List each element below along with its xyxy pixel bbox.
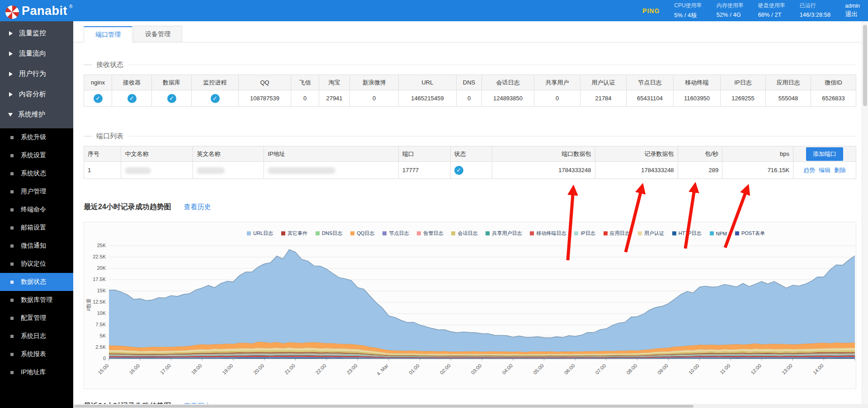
ping-button[interactable]: PING [642, 7, 660, 14]
sidebar: 流量监控流量流向用户行为内容分析系统维护 系统升级系统设置系统状态用户管理终端命… [0, 21, 73, 408]
legend-swatch [530, 231, 534, 235]
sidebar-item-8[interactable]: 数据状态 [0, 273, 73, 291]
legend-item-8[interactable]: 移动终端日志 [530, 230, 566, 237]
x-tick-label: 13:00 [781, 363, 793, 375]
sidebar-item-2[interactable]: 系统状态 [0, 164, 73, 183]
sidebar-item-13[interactable]: IP地址库 [0, 363, 73, 381]
receive-col-header: 微信ID [811, 75, 856, 90]
horizontal-scrollbar[interactable] [73, 404, 868, 408]
legend-item-0[interactable]: URL日志 [247, 230, 273, 237]
y-tick-label: 15K [85, 288, 106, 293]
receive-col-header: nginx [84, 75, 112, 90]
tab-device-management[interactable]: 设备管理 [133, 26, 182, 42]
bullet-icon [10, 353, 14, 356]
x-tick-label: 04:00 [501, 363, 514, 375]
recorded-packets-cell: 1784333248 [595, 162, 678, 179]
stat-label: 内存使用率 [717, 2, 744, 9]
sidebar-item-9[interactable]: 数据库管理 [0, 291, 73, 309]
sidebar-item-10[interactable]: 配置管理 [0, 309, 73, 327]
legend-label: 节点日志 [389, 230, 409, 237]
panabit-pinwheel-icon [5, 5, 20, 20]
receive-col-header: 用户认证 [580, 75, 627, 90]
receive-value-cell: 1269255 [721, 90, 766, 107]
bullet-icon [10, 317, 14, 320]
chevron-down-icon [8, 113, 13, 117]
x-tick-label: 06:00 [563, 363, 576, 375]
trend-link[interactable]: 趋势 [803, 167, 815, 174]
sidebar-item-4[interactable]: 终端命令 [0, 201, 73, 219]
legend-item-6[interactable]: 会话日志 [451, 230, 477, 237]
x-tick-label: 10:00 [688, 363, 700, 375]
legend-item-4[interactable]: 节点日志 [382, 230, 409, 237]
sidebar-item-3[interactable]: 用户管理 [0, 183, 73, 201]
sidebar-group-2[interactable]: 用户行为 [0, 64, 73, 84]
legend-label: 应用日志 [610, 230, 630, 237]
legend-item-14[interactable]: POST表单 [735, 230, 765, 237]
receive-value-cell: 11603950 [674, 90, 721, 107]
legend-item-12[interactable]: HTTP日志 [672, 230, 702, 237]
vertical-scrollbar-thumb[interactable] [863, 25, 867, 106]
legend-item-3[interactable]: QQ日志 [350, 230, 374, 237]
receive-col-header: 会话日志 [482, 75, 534, 90]
legend-item-13[interactable]: NPM [710, 231, 727, 236]
legend-swatch [417, 231, 421, 235]
delete-link[interactable]: 删除 [834, 167, 846, 174]
x-tick-label: 14:00 [812, 363, 825, 375]
sidebar-group-label: 流量流向 [19, 49, 46, 58]
sidebar-item-label: 邮箱设置 [21, 224, 46, 232]
legend-item-10[interactable]: 应用日志 [604, 230, 630, 237]
legend-swatch [710, 231, 714, 235]
receive-status-cell: ✓ [192, 90, 239, 107]
sidebar-group-1[interactable]: 流量流向 [0, 43, 73, 64]
bullet-icon [10, 208, 14, 211]
receive-value-cell: 555048 [766, 90, 811, 107]
legend-item-7[interactable]: 共享用户日志 [486, 230, 522, 237]
sidebar-group-label: 用户行为 [19, 70, 46, 78]
port-col-header: 端口数据包 [492, 146, 595, 162]
legend-label: IP日志 [580, 230, 595, 237]
x-tick-label: 03:00 [470, 363, 482, 375]
legend-item-5[interactable]: 告警日志 [417, 230, 443, 237]
check-circle-icon: ✓ [454, 166, 463, 175]
edit-link[interactable]: 编辑 [819, 167, 830, 174]
legend-swatch [638, 231, 642, 235]
sidebar-item-6[interactable]: 微信通知 [0, 237, 73, 255]
receive-status-title: 接收状态 [84, 61, 856, 69]
tab-bar: 端口管理 设备管理 [73, 26, 862, 42]
vertical-scrollbar[interactable] [862, 21, 868, 408]
horizontal-scrollbar-thumb[interactable] [74, 405, 693, 408]
port-index-cell: 1 [84, 162, 121, 179]
sidebar-item-0[interactable]: 系统升级 [0, 128, 73, 146]
legend-item-11[interactable]: 用户认证 [638, 230, 664, 237]
x-tick-label: 08:00 [625, 363, 638, 375]
sidebar-item-11[interactable]: 系统日志 [0, 327, 73, 345]
receive-col-header: 监控进程 [192, 75, 239, 90]
logout-button[interactable]: 退出 [845, 10, 860, 19]
x-tick-label: 11:00 [719, 363, 731, 375]
stat-label: 硬盘使用率 [758, 2, 785, 9]
port-col-header: 英文名称 [193, 146, 264, 162]
receive-value-cell: 0 [534, 90, 580, 107]
success-view-history-link[interactable]: 查看历史 [184, 203, 211, 211]
topbar: Panabit ® PING CPU使用率5% / 4核内存使用率52% / 4… [0, 0, 868, 21]
port-actions-header: 添加端口 [793, 146, 856, 162]
receive-col-header: 淘宝 [319, 75, 350, 90]
receive-col-header: DNS [457, 75, 482, 90]
y-tick-label: 17.5K [85, 277, 106, 282]
legend-item-2[interactable]: DNS日志 [316, 230, 342, 237]
legend-item-1[interactable]: 其它事件 [281, 230, 307, 237]
bps-cell: 716.15K [722, 162, 793, 179]
sidebar-group-3[interactable]: 内容分析 [0, 84, 73, 104]
sidebar-group-4[interactable]: 系统维护 [0, 104, 73, 125]
legend-item-9[interactable]: IP日志 [574, 230, 595, 237]
sidebar-group-0[interactable]: 流量监控 [0, 23, 73, 43]
sidebar-item-12[interactable]: 系统报表 [0, 345, 73, 363]
add-port-button[interactable]: 添加端口 [806, 147, 843, 161]
sidebar-item-5[interactable]: 邮箱设置 [0, 219, 73, 237]
x-tick-label: 09:00 [656, 363, 669, 375]
bullet-icon [10, 154, 14, 157]
port-en-name-cell [193, 162, 264, 179]
sidebar-item-1[interactable]: 系统设置 [0, 146, 73, 164]
tab-port-management[interactable]: 端口管理 [84, 26, 132, 42]
sidebar-item-7[interactable]: 协议定位 [0, 255, 73, 273]
